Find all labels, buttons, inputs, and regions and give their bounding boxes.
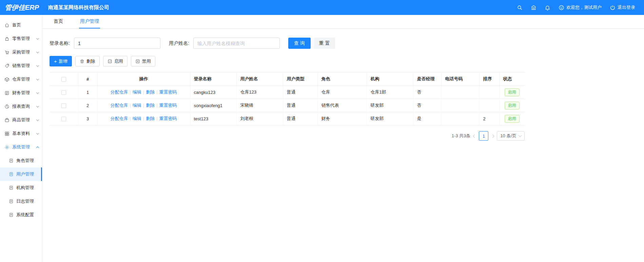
bank-icon[interactable] (531, 5, 536, 11)
add-button[interactable]: + 新增 (50, 56, 72, 66)
chevron-down-icon (36, 77, 39, 80)
sidebar-item-basic[interactable]: 基本资料 (0, 127, 42, 140)
next-page-icon[interactable] (491, 134, 494, 138)
row-checkbox[interactable] (61, 90, 66, 95)
delete-link[interactable]: 删除 (146, 116, 155, 121)
select-all-checkbox[interactable] (61, 77, 66, 82)
edit-link[interactable]: 编辑 (133, 89, 141, 95)
cell-type: 普通 (283, 112, 317, 125)
status-badge[interactable]: 启用 (505, 88, 520, 96)
login-name-input[interactable] (74, 38, 160, 49)
check-square-icon (108, 59, 112, 64)
topbar: 管伊佳ERP 南通某某网络科技有限公司 欢迎您，测试用户 退出登录 (0, 0, 644, 15)
sidebar-item-sales[interactable]: 销售管理 (0, 59, 42, 73)
pagination: 1-3 共3条 1 10 条/页 (50, 131, 525, 141)
sales-icon (4, 63, 9, 68)
sidebar-item-finance[interactable]: 财务管理 (0, 86, 42, 100)
col-header-status: 状态 (499, 73, 525, 86)
sidebar-item-purchase[interactable]: 采购管理 (0, 45, 42, 59)
sidebar-item-label: 系统管理 (12, 144, 30, 150)
reset-password-link[interactable]: 重置密码 (159, 89, 177, 95)
enable-button[interactable]: 启用 (103, 56, 128, 66)
tab-user-mgmt[interactable]: 用户管理 (79, 15, 100, 28)
sidebar-item-label: 仓库管理 (12, 76, 30, 82)
disable-button[interactable]: 禁用 (131, 56, 155, 66)
sidebar-item-role-mgmt[interactable]: 角色管理 (0, 154, 42, 167)
sidebar-item-label: 首页 (12, 22, 21, 28)
sidebar-item-log-mgmt[interactable]: 日志管理 (0, 195, 42, 208)
pagination-range: 1-3 共3条 (452, 133, 471, 139)
chevron-down-icon (36, 64, 39, 66)
edit-link[interactable]: 编辑 (133, 103, 141, 108)
row-checkbox[interactable] (61, 103, 66, 108)
cell-org: 研发部 (367, 112, 413, 125)
assign-warehouse-link[interactable]: 分配仓库 (110, 103, 128, 108)
chevron-down-icon (36, 118, 39, 121)
sidebar-item-label: 商品管理 (12, 117, 30, 123)
table-row: 1 分配仓库|编辑|删除|重置密码 cangku123 仓库123 普通 仓库 … (50, 86, 525, 99)
cell-phone (441, 112, 479, 125)
reset-password-link[interactable]: 重置密码 (159, 116, 177, 121)
user-name-input[interactable] (193, 38, 280, 49)
sidebar-item-org-mgmt[interactable]: 机构管理 (0, 181, 42, 195)
sidebar-item-user-mgmt[interactable]: 用户管理 (0, 167, 42, 181)
assign-warehouse-link[interactable]: 分配仓库 (110, 116, 128, 121)
sidebar-item-goods[interactable]: 商品管理 (0, 113, 42, 127)
col-header-phone: 电话号码 (441, 73, 479, 86)
sidebar: 首页 零售管理 采购管理 销售管理 仓库管理 财务管理 (0, 15, 42, 262)
tab-home[interactable]: 首页 (53, 15, 64, 28)
row-num: 3 (78, 112, 97, 125)
row-num: 1 (78, 86, 97, 99)
report-icon (4, 104, 9, 109)
logout-text: 退出登录 (618, 4, 635, 11)
cell-sort (479, 86, 499, 99)
sidebar-subitem-label: 用户管理 (16, 171, 34, 177)
reset-password-link[interactable]: 重置密码 (159, 103, 177, 108)
sidebar-item-retail[interactable]: 零售管理 (0, 32, 42, 45)
delete-link[interactable]: 删除 (146, 103, 155, 108)
sidebar-item-sys-config[interactable]: 系统配置 (0, 208, 42, 222)
cell-org: 研发部 (367, 99, 413, 112)
smile-icon (559, 5, 564, 11)
prev-page-icon[interactable] (473, 134, 476, 138)
cell-phone (441, 86, 479, 99)
row-checkbox[interactable] (61, 117, 66, 121)
sidebar-item-label: 销售管理 (12, 63, 30, 69)
user-table: # 操作 登录名称 用户姓名 用户类型 角色 机构 是否经理 电话号码 排序 状… (50, 72, 525, 125)
logout-button[interactable]: 退出登录 (610, 4, 635, 11)
assign-warehouse-link[interactable]: 分配仓库 (110, 89, 128, 95)
welcome-user[interactable]: 欢迎您，测试用户 (559, 4, 602, 11)
status-badge[interactable]: 启用 (505, 102, 520, 109)
sidebar-item-label: 基本资料 (12, 130, 30, 137)
sidebar-item-label: 报表查询 (12, 103, 30, 109)
sidebar-item-warehouse[interactable]: 仓库管理 (0, 73, 42, 86)
x-square-icon (135, 59, 140, 64)
topbar-actions: 欢迎您，测试用户 退出登录 (517, 4, 644, 11)
delete-link[interactable]: 删除 (146, 89, 155, 95)
sidebar-item-report[interactable]: 报表查询 (0, 100, 42, 113)
search-icon[interactable] (517, 5, 523, 11)
page-size-select[interactable]: 10 条/页 (497, 131, 525, 141)
login-name-label: 登录名称: (50, 40, 70, 46)
sidebar-item-system[interactable]: 系统管理 (0, 140, 42, 154)
bell-icon[interactable] (545, 5, 550, 11)
search-button[interactable]: 查 询 (288, 38, 311, 49)
document-icon (9, 213, 14, 217)
page-number[interactable]: 1 (479, 131, 488, 141)
sidebar-item-label: 采购管理 (12, 49, 30, 55)
delete-button[interactable]: 删除 (75, 56, 100, 66)
col-header-name: 用户姓名 (236, 73, 283, 86)
cell-manager: 否 (413, 99, 441, 112)
document-icon (9, 199, 14, 204)
edit-link[interactable]: 编辑 (133, 116, 141, 121)
sidebar-item-home[interactable]: 首页 (0, 18, 42, 32)
status-badge[interactable]: 启用 (505, 115, 520, 123)
reset-button[interactable]: 重 置 (314, 38, 335, 49)
col-header-type: 用户类型 (283, 73, 317, 86)
cell-name: 宋晓锋 (236, 99, 283, 112)
col-header-sort: 排序 (479, 73, 499, 86)
cell-login: cangku123 (190, 86, 236, 99)
trash-icon (80, 59, 84, 64)
row-num: 2 (78, 99, 97, 112)
cell-name: 刘老根 (236, 112, 283, 125)
